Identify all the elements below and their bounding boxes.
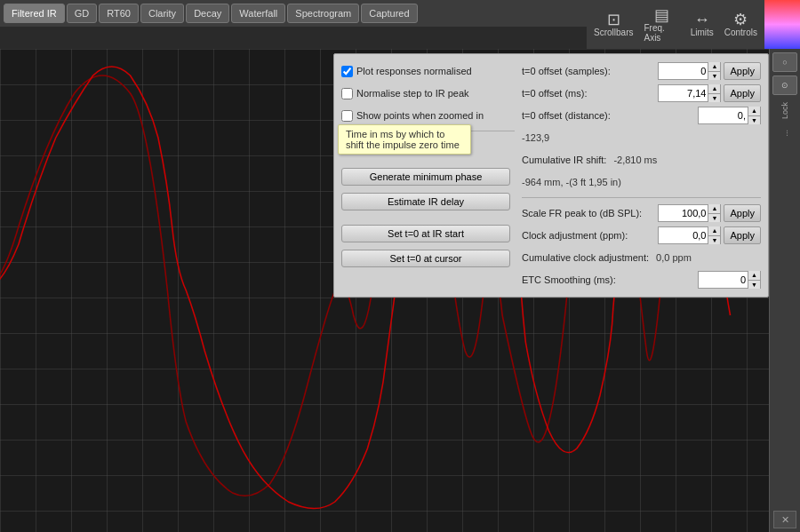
t0-samples-input-wrap: ▲ ▼ xyxy=(658,62,721,80)
tab-waterfall[interactable]: Waterfall xyxy=(231,4,285,23)
clock-adj-spinner: ▲ ▼ xyxy=(708,226,720,244)
t0-ms-row: t=0 offset (ms): ▲ ▼ Apply xyxy=(522,83,761,103)
t0-dist-down[interactable]: ▼ xyxy=(748,116,760,125)
t0-dist-up[interactable]: ▲ xyxy=(748,107,760,116)
right-panel: ○ ⊙ Lock ... ✕ xyxy=(769,49,800,532)
dots-label: ... xyxy=(780,130,789,137)
clock-adj-input-wrap: ▲ ▼ xyxy=(658,226,721,244)
t0-samples-label: t=0 offset (samples): xyxy=(522,66,611,76)
tooltip-text: Time in ms by which to shift the impulse… xyxy=(346,129,460,150)
tab-clarity[interactable]: Clarity xyxy=(140,4,184,23)
freq-axis-button[interactable]: ▤ Freq. Axis xyxy=(638,5,684,44)
t0-ms-label: t=0 offset (ms): xyxy=(522,88,587,99)
cumulative-ir-value: -2,810 ms xyxy=(613,155,657,165)
tab-decay[interactable]: Decay xyxy=(186,4,229,23)
scale-fr-up[interactable]: ▲ xyxy=(708,204,720,214)
tooltip: Time in ms by which to shift the impulse… xyxy=(338,124,471,155)
cumulative-ir-shift-label: Cumulative IR shift: xyxy=(522,155,606,165)
t0-ms-apply-button[interactable]: Apply xyxy=(724,84,761,102)
plot-normalised-label: Plot responses normalised xyxy=(356,66,472,76)
plot-normalised-row: Plot responses normalised xyxy=(341,61,515,81)
t0-samples-up[interactable]: ▲ xyxy=(708,62,720,72)
scale-fr-apply-button[interactable]: Apply xyxy=(724,204,761,222)
cumulative-info-1-row: -123,9 xyxy=(522,128,761,147)
cumulative-info-1: -123,9 xyxy=(522,132,549,143)
t0-dist-input-wrap: ▲ ▼ xyxy=(698,107,761,124)
panel-circle-btn[interactable]: ○ xyxy=(772,52,797,72)
cumulative-ir-shift-row: Cumulative IR shift: -2,810 ms xyxy=(522,150,761,170)
lock-label: Lock xyxy=(780,102,789,119)
t0-ms-input-wrap: ▲ ▼ xyxy=(658,84,721,102)
normalise-ir-row: Normalise step to IR peak xyxy=(341,83,515,103)
t0-ms-spinner: ▲ ▼ xyxy=(708,84,720,102)
cumulative-dist-value: -964 mm, -(3 ft 1,95 in) xyxy=(522,177,621,187)
etc-smoothing-up[interactable]: ▲ xyxy=(748,271,760,281)
t0-ms-down[interactable]: ▼ xyxy=(708,94,720,103)
settings-panel: Plot responses normalised Normalise step… xyxy=(333,53,769,298)
t0-dist-label: t=0 offset (distance): xyxy=(522,110,611,121)
show-points-row: Show points when zoomed in xyxy=(341,106,515,125)
clock-adj-row: Clock adjustment (ppm): ▲ ▼ Apply xyxy=(522,226,761,245)
limits-icon: ↔ xyxy=(694,12,710,28)
clock-adj-apply-button[interactable]: Apply xyxy=(724,226,761,244)
t0-samples-input[interactable] xyxy=(659,63,708,79)
t0-samples-spinner: ▲ ▼ xyxy=(708,62,720,80)
show-points-checkbox[interactable] xyxy=(341,110,353,122)
scale-fr-label: Scale FR peak to (dB SPL): xyxy=(522,208,642,218)
scrollbars-icon: ⊡ xyxy=(607,12,620,28)
t0-dist-input[interactable] xyxy=(699,107,748,123)
etc-smoothing-down[interactable]: ▼ xyxy=(748,281,760,290)
limits-label: Limits xyxy=(691,28,714,37)
t0-samples-down[interactable]: ▼ xyxy=(708,72,720,81)
etc-smoothing-label: ETC Smoothing (ms): xyxy=(522,274,616,285)
clock-adj-label: Clock adjustment (ppm): xyxy=(522,230,628,241)
etc-smoothing-input[interactable] xyxy=(699,272,748,288)
tab-gd[interactable]: GD xyxy=(67,4,98,23)
panel-circle-btn-2[interactable]: ⊙ xyxy=(772,75,797,95)
t0-samples-apply-button[interactable]: Apply xyxy=(724,62,761,80)
controls-button[interactable]: ⚙ Controls xyxy=(719,10,763,39)
clock-adj-down[interactable]: ▼ xyxy=(708,236,720,245)
tab-captured[interactable]: Captured xyxy=(361,4,417,23)
set-t0-cursor-button[interactable]: Set t=0 at cursor xyxy=(341,250,510,267)
controls-label: Controls xyxy=(724,28,757,37)
normalise-ir-label: Normalise step to IR peak xyxy=(356,88,469,99)
scale-fr-input-wrap: ▲ ▼ xyxy=(658,204,721,222)
limits-button[interactable]: ↔ Limits xyxy=(685,10,719,39)
freq-axis-label: Freq. Axis xyxy=(644,23,679,43)
scale-fr-spinner: ▲ ▼ xyxy=(708,204,720,222)
t0-samples-row: t=0 offset (samples): ▲ ▼ Apply xyxy=(522,61,761,81)
cumulative-clock-row: Cumulative clock adjustment: 0,0 ppm xyxy=(522,248,761,267)
color-gradient xyxy=(764,0,800,49)
scale-fr-down[interactable]: ▼ xyxy=(708,214,720,223)
normalise-ir-checkbox[interactable] xyxy=(341,88,353,99)
set-t0-ir-start-button[interactable]: Set t=0 at IR start xyxy=(341,225,510,242)
tab-rt60[interactable]: RT60 xyxy=(99,4,139,23)
clock-adj-input[interactable] xyxy=(659,227,708,243)
etc-smoothing-row: ETC Smoothing (ms): ▲ ▼ xyxy=(522,270,761,290)
etc-smoothing-input-wrap: ▲ ▼ xyxy=(698,271,761,289)
tab-filtered-ir[interactable]: Filtered IR xyxy=(4,4,65,23)
tab-spectrogram[interactable]: Spectrogram xyxy=(287,4,359,23)
controls-icon: ⚙ xyxy=(733,12,748,28)
scale-fr-row: Scale FR peak to (dB SPL): ▲ ▼ Apply xyxy=(522,203,761,223)
generate-min-phase-button[interactable]: Generate minimum phase xyxy=(341,168,510,186)
scale-fr-input[interactable] xyxy=(659,205,708,221)
cumulative-distance-row: -964 mm, -(3 ft 1,95 in) xyxy=(522,172,761,192)
t0-dist-row: t=0 offset (distance): ▲ ▼ xyxy=(522,106,761,125)
show-points-label: Show points when zoomed in xyxy=(356,110,484,121)
plot-normalised-checkbox[interactable] xyxy=(341,66,353,77)
freq-axis-icon: ▤ xyxy=(654,7,669,23)
cumulative-clock-value: 0,0 ppm xyxy=(656,252,692,263)
estimate-ir-delay-button[interactable]: Estimate IR delay xyxy=(341,193,510,210)
clock-adj-up[interactable]: ▲ xyxy=(708,226,720,236)
close-panel-icon[interactable]: ✕ xyxy=(773,511,796,528)
etc-smoothing-spinner: ▲ ▼ xyxy=(748,271,760,289)
t0-ms-up[interactable]: ▲ xyxy=(708,84,720,94)
divider-2 xyxy=(522,197,761,198)
scrollbars-label: Scrollbars xyxy=(594,28,633,37)
top-icons-bar: ⊡ Scrollbars ▤ Freq. Axis ↔ Limits ⚙ Con… xyxy=(587,0,764,49)
t0-dist-spinner: ▲ ▼ xyxy=(748,107,760,124)
t0-ms-input[interactable] xyxy=(659,85,708,101)
scrollbars-button[interactable]: ⊡ Scrollbars xyxy=(588,10,638,39)
